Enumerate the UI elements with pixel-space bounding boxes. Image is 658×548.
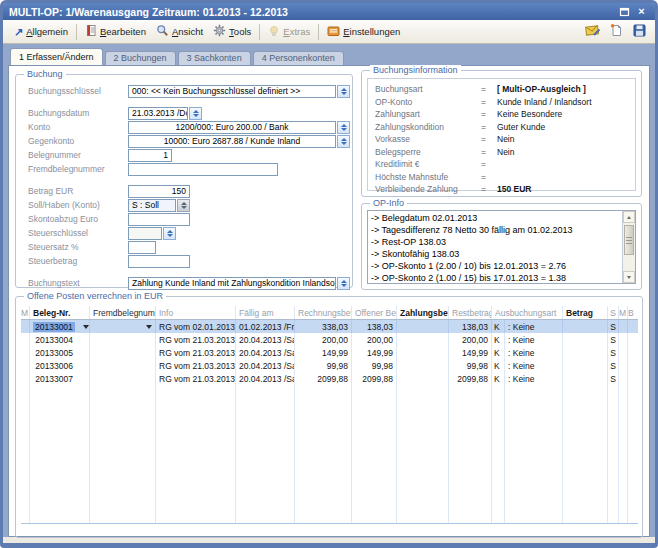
- op-info-line: -> Tagesdifferenz 78 Netto 30 fällig am …: [371, 224, 619, 236]
- app-window: MULTI-OP: 1/Warenausgang Zeitraum: 01.20…: [0, 0, 658, 548]
- beleg-cell-selected: 20133001: [33, 322, 75, 332]
- gegenkonto-combo[interactable]: 10000: Euro 2687.88 / Kunde Inland: [128, 135, 350, 148]
- notebook-icon: [85, 24, 97, 39]
- op-info-line: -> Rest-OP 138.03: [371, 236, 619, 248]
- toolbar: ↗ Allgemein Bearbeiten Ansicht Tools: [3, 20, 655, 44]
- form-row: Buchungstext Zahlung Kunde Inland mit Za…: [16, 276, 352, 290]
- table-row[interactable]: 20133006 RG vom 21.03.2013 20.04.2013 /S…: [21, 359, 638, 372]
- info-row: Zahlungskondition=Guter Kunde: [368, 121, 635, 134]
- magnifier-icon: [156, 24, 169, 39]
- groupbox-buchungsinformation-title: Buchungsinformation: [370, 65, 461, 75]
- post-button[interactable]: [583, 22, 603, 42]
- fremdbelegnummer-input[interactable]: [128, 163, 278, 176]
- window-content: 1 Erfassen/Ändern 2 Buchungen 3 Sachkont…: [3, 44, 655, 543]
- steuerschluessel-combo[interactable]: [128, 227, 176, 240]
- belegnummer-input[interactable]: 1: [128, 149, 172, 162]
- tab-erfassen-aendern[interactable]: 1 Erfassen/Ändern: [10, 48, 103, 65]
- soll-haben-combo[interactable]: S : Soll: [128, 199, 190, 212]
- table-row-selected[interactable]: 20133001 RG vom 02.01.2013 01.02.2013 /F…: [21, 320, 638, 333]
- dropdown-arrow-icon[interactable]: [83, 325, 89, 329]
- tab-buchungen[interactable]: 2 Buchungen: [105, 51, 176, 65]
- scroll-up-button[interactable]: [623, 211, 635, 223]
- new-document-button[interactable]: [606, 22, 626, 42]
- table-footer-space: [21, 524, 638, 533]
- chevron-up-icon: [627, 216, 631, 219]
- form-row: Fremdbelegnummer: [16, 162, 352, 176]
- konto-combo[interactable]: 1200/000: Euro 200.00 / Bank: [128, 121, 350, 134]
- info-row: Zahlungsart=Keine Besondere: [368, 108, 635, 121]
- spinner-button[interactable]: [337, 121, 350, 134]
- info-row: Buchungsart=[ Multi-OP-Ausgleich ]: [368, 83, 635, 96]
- restore-button[interactable]: [617, 5, 632, 18]
- tab-personenkonten[interactable]: 4 Personenkonten: [253, 51, 344, 65]
- table-row[interactable]: 20133007 RG vom 21.03.2013 20.04.2013 /S…: [21, 372, 638, 385]
- op-info-listbox: -> Belegdatum 02.01.2013 -> Tagesdiffere…: [367, 210, 636, 284]
- spinner-button[interactable]: [337, 135, 350, 148]
- menu-item-allgemein[interactable]: ↗ Allgemein: [9, 24, 73, 39]
- toolbar-separator: [318, 24, 319, 40]
- titlebar: MULTI-OP: 1/Warenausgang Zeitraum: 01.20…: [3, 3, 655, 20]
- groupbox-op-info-title: OP-Info: [370, 198, 407, 208]
- form-row: Buchungsdatum 21.03.2013 /Do: [16, 106, 352, 120]
- window-title: MULTI-OP: 1/Warenausgang Zeitraum: 01.20…: [9, 6, 615, 18]
- new-document-icon: [609, 23, 623, 41]
- dropdown-arrow-icon[interactable]: [146, 325, 152, 329]
- scrollbar-track[interactable]: [623, 223, 635, 271]
- form-row: Steuerschlüssel: [16, 226, 352, 240]
- close-button[interactable]: ×: [634, 5, 649, 18]
- form-row: Soll/Haben (Konto) S : Soll: [16, 198, 352, 212]
- spinner-button[interactable]: [189, 107, 202, 120]
- groupbox-offene-posten: Offene Posten verrechnen in EUR M Beleg-…: [15, 296, 643, 538]
- table-row[interactable]: 20133004 RG vom 21.03.2013 20.04.2013 /S…: [21, 333, 638, 346]
- info-row: Verbleibende Zahlung=150 EUR: [368, 183, 635, 196]
- skontoabzug-input[interactable]: [128, 213, 190, 226]
- spinner-button[interactable]: [177, 199, 190, 212]
- buchungsdatum-combo[interactable]: 21.03.2013 /Do: [128, 107, 202, 120]
- save-button[interactable]: [629, 22, 649, 42]
- form-row: Steuersatz %: [16, 240, 352, 254]
- info-row: Kreditlimit €=: [368, 158, 635, 171]
- info-row: Belegsperre=Nein: [368, 146, 635, 159]
- spinner-button[interactable]: [163, 227, 176, 240]
- form-row: Belegnummer 1: [16, 148, 352, 162]
- form-row: Skontoabzug Euro: [16, 212, 352, 226]
- table-row[interactable]: 20133005 RG vom 21.03.2013 20.04.2013 /S…: [21, 346, 638, 359]
- toolbar-separator: [76, 24, 77, 40]
- scroll-down-button[interactable]: [623, 271, 635, 283]
- buchungstext-combo[interactable]: Zahlung Kunde Inland mit Zahlungskonditi…: [128, 277, 350, 290]
- gear-icon: [213, 24, 226, 39]
- buchungsschluessel-combo[interactable]: 000: << Kein Buchungsschlüssel definiert…: [128, 85, 350, 98]
- menu-item-ansicht[interactable]: Ansicht: [151, 22, 208, 41]
- table-header-row: M Beleg-Nr. Fremdbelegnummer Info Fällig…: [21, 306, 638, 320]
- menu-item-extras[interactable]: Extras: [263, 23, 315, 41]
- groupbox-offene-posten-title: Offene Posten verrechnen in EUR: [24, 291, 166, 301]
- groupbox-buchung: Buchung Buchungsschlüssel 000: << Kein B…: [15, 74, 353, 288]
- tabstrip: 1 Erfassen/Ändern 2 Buchungen 3 Sachkont…: [8, 48, 650, 65]
- steuersatz-input[interactable]: [128, 241, 156, 254]
- spinner-button[interactable]: [337, 85, 350, 98]
- menu-item-einstellungen[interactable]: Einstellungen: [322, 23, 405, 41]
- op-info-scrollbar[interactable]: [622, 211, 635, 283]
- tab-sachkonten[interactable]: 3 Sachkonten: [178, 51, 251, 65]
- spinner-button[interactable]: [337, 277, 350, 290]
- table-empty-area: [21, 385, 638, 523]
- scrollbar-thumb[interactable]: [624, 225, 634, 255]
- grip-icon: [626, 237, 632, 244]
- buchungsinformation-box: Buchungsart=[ Multi-OP-Ausgleich ] OP-Ko…: [367, 78, 636, 191]
- info-row: OP-Konto=Kunde Inland / Inlandsort: [368, 96, 635, 109]
- menu-item-tools[interactable]: Tools: [208, 22, 256, 41]
- tab-panel: Buchung Buchungsschlüssel 000: << Kein B…: [8, 65, 650, 537]
- form-row: Konto 1200/000: Euro 200.00 / Bank: [16, 120, 352, 134]
- restore-icon: [619, 3, 630, 21]
- chevron-down-icon: [627, 276, 631, 279]
- op-info-line: -> Belegdatum 02.01.2013: [371, 212, 619, 224]
- toolbar-separator: [259, 24, 260, 40]
- info-row: Vorkasse=Nein: [368, 133, 635, 146]
- menu-item-bearbeiten[interactable]: Bearbeiten: [80, 22, 151, 41]
- stamp-icon: [585, 23, 601, 41]
- betrag-input[interactable]: 150: [128, 185, 190, 198]
- op-info-line: -> OP-Skonto 1 (2.00 / 10) bis 12.01.201…: [371, 260, 619, 272]
- op-info-line: -> Skontofähig 138.03: [371, 248, 619, 260]
- steuerbetrag-input[interactable]: [128, 255, 190, 268]
- info-row: Höchste Mahnstufe=: [368, 171, 635, 184]
